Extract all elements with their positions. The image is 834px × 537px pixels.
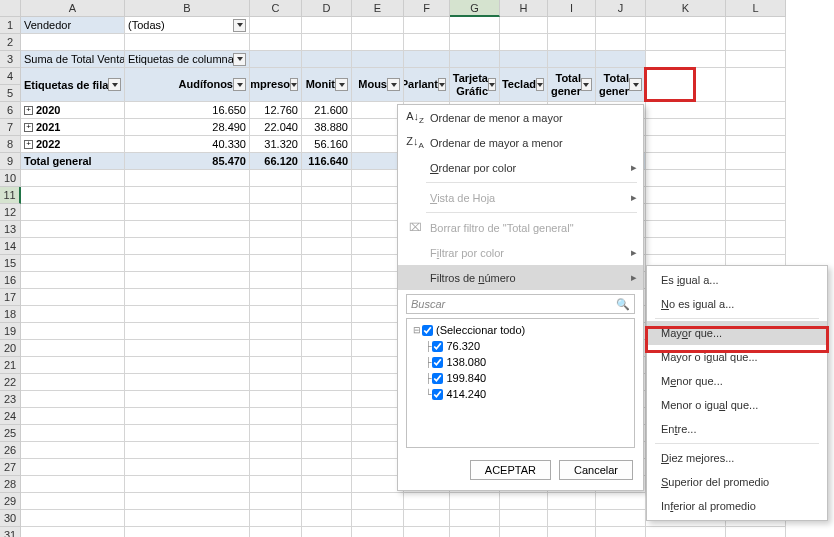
total-general-dropdown[interactable]: Total gener (596, 68, 646, 102)
cell[interactable] (125, 391, 250, 408)
cell[interactable] (21, 204, 125, 221)
cell[interactable] (596, 17, 646, 34)
cell[interactable] (125, 272, 250, 289)
select-all-corner[interactable] (0, 0, 21, 17)
row-header-31[interactable]: 31 (0, 527, 21, 537)
row-header-29[interactable]: 29 (0, 493, 21, 510)
cell[interactable] (250, 204, 302, 221)
cell[interactable] (646, 204, 726, 221)
cell[interactable] (125, 357, 250, 374)
cell[interactable] (450, 34, 500, 51)
cell[interactable] (548, 17, 596, 34)
cell[interactable] (125, 187, 250, 204)
number-filters[interactable]: Filtros de número ▸ (398, 265, 643, 290)
col-header-J[interactable]: J (596, 0, 646, 17)
row-header-3[interactable]: 3 (0, 51, 21, 68)
cell[interactable] (302, 374, 352, 391)
col-header-D[interactable]: D (302, 0, 352, 17)
filter-lte[interactable]: Menor o igual que... (647, 393, 827, 417)
filter-value-checkbox[interactable] (432, 357, 443, 368)
row-header-5[interactable]: 5 (0, 85, 21, 102)
filter-greater-than[interactable]: Mayor que... (647, 321, 827, 345)
dropdown-arrow-icon[interactable] (438, 78, 446, 91)
cell[interactable] (125, 34, 250, 51)
row-header-11[interactable]: 11 (0, 187, 21, 204)
dropdown-arrow-icon[interactable] (387, 78, 400, 91)
cell[interactable] (352, 510, 404, 527)
cell[interactable] (250, 391, 302, 408)
cell[interactable] (302, 187, 352, 204)
cell[interactable] (726, 34, 786, 51)
filter-above-avg[interactable]: Superior del promedio (647, 470, 827, 494)
cell[interactable] (21, 476, 125, 493)
cell[interactable] (646, 238, 726, 255)
cell[interactable] (21, 255, 125, 272)
cell[interactable] (21, 442, 125, 459)
sort-asc[interactable]: A↓Z Ordenar de menor a mayor (398, 105, 643, 130)
cell[interactable] (21, 493, 125, 510)
cell[interactable] (250, 459, 302, 476)
cell[interactable] (250, 374, 302, 391)
row-header-19[interactable]: 19 (0, 323, 21, 340)
cell[interactable] (250, 17, 302, 34)
filter-not-equal[interactable]: No es igual a... (647, 292, 827, 316)
row-header-27[interactable]: 27 (0, 459, 21, 476)
cell[interactable] (250, 323, 302, 340)
cell[interactable] (250, 493, 302, 510)
cell[interactable] (250, 289, 302, 306)
filter-value-item[interactable]: └414.240 (411, 386, 630, 402)
cell[interactable] (302, 306, 352, 323)
filter-value-item[interactable]: ├138.080 (411, 354, 630, 370)
cell[interactable] (646, 136, 726, 153)
cell[interactable] (646, 221, 726, 238)
cell[interactable] (450, 17, 500, 34)
row-header-13[interactable]: 13 (0, 221, 21, 238)
expand-icon[interactable]: + (24, 123, 33, 132)
cell[interactable] (250, 442, 302, 459)
row-header-24[interactable]: 24 (0, 408, 21, 425)
row-header-22[interactable]: 22 (0, 374, 21, 391)
cell[interactable] (250, 34, 302, 51)
cell[interactable] (125, 289, 250, 306)
cell[interactable] (450, 527, 500, 537)
row-header-14[interactable]: 14 (0, 238, 21, 255)
filter-search[interactable]: Buscar 🔍 (406, 294, 635, 314)
cell[interactable] (500, 493, 548, 510)
cell[interactable] (596, 493, 646, 510)
cell[interactable] (302, 425, 352, 442)
dropdown-arrow-icon[interactable] (488, 78, 496, 91)
row-header-10[interactable]: 10 (0, 170, 21, 187)
year-2021[interactable]: +2021 (21, 119, 125, 136)
cell[interactable] (302, 204, 352, 221)
col-label-1[interactable]: Audífonos (125, 68, 250, 102)
col-label-4[interactable]: Mous (352, 68, 404, 102)
cell[interactable] (250, 425, 302, 442)
cell[interactable] (125, 425, 250, 442)
cell[interactable] (302, 17, 352, 34)
cell[interactable] (21, 323, 125, 340)
sort-by-color[interactable]: Ordenar por color ▸ (398, 155, 643, 180)
cell[interactable] (646, 153, 726, 170)
cell[interactable] (352, 34, 404, 51)
cell[interactable] (21, 408, 125, 425)
row-header-28[interactable]: 28 (0, 476, 21, 493)
cell[interactable] (646, 527, 726, 537)
filter-gte[interactable]: Mayor o igual que... (647, 345, 827, 369)
cell[interactable] (646, 68, 726, 102)
col-label-2[interactable]: Impreso (250, 68, 302, 102)
dropdown-arrow-icon[interactable] (290, 78, 298, 91)
row-header-23[interactable]: 23 (0, 391, 21, 408)
cell[interactable] (125, 238, 250, 255)
cell[interactable] (404, 493, 450, 510)
cell[interactable] (21, 510, 125, 527)
cell[interactable] (125, 221, 250, 238)
cell[interactable] (21, 272, 125, 289)
cell[interactable] (646, 17, 726, 34)
select-all-item[interactable]: ⊟ (Seleccionar todo) (411, 322, 630, 338)
row-header-4[interactable]: 4 (0, 68, 21, 85)
cell[interactable] (548, 510, 596, 527)
filter-less-than[interactable]: Menor que... (647, 369, 827, 393)
cell[interactable] (726, 238, 786, 255)
cell[interactable] (250, 170, 302, 187)
cell[interactable] (250, 187, 302, 204)
